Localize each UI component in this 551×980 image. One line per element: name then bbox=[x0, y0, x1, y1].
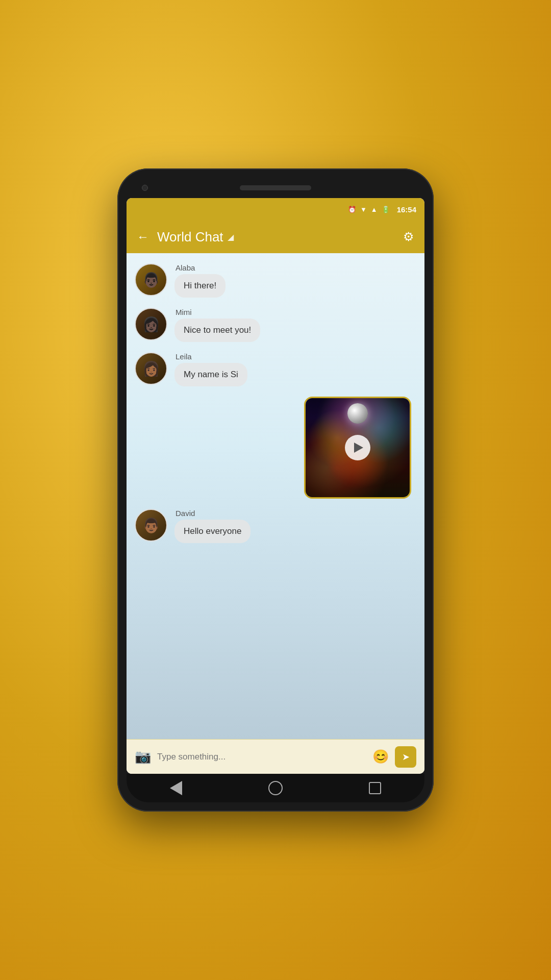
message-text: Hello everyone bbox=[184, 526, 241, 536]
signal-icon: ▲ bbox=[371, 206, 378, 213]
message-content: David Hello everyone bbox=[174, 509, 251, 543]
message-bubble: Nice to meet you! bbox=[174, 318, 260, 342]
input-bar: 📷 😊 ➤ bbox=[127, 739, 424, 774]
send-icon: ➤ bbox=[402, 751, 410, 763]
list-item: 👩🏾 Leila My name is Si bbox=[135, 352, 416, 386]
settings-button[interactable]: ⚙ bbox=[403, 230, 414, 244]
message-sender: Mimi bbox=[176, 308, 260, 316]
message-bubble: Hi there! bbox=[174, 274, 226, 298]
phone-camera bbox=[142, 185, 148, 191]
avatar-face-leila: 👩🏾 bbox=[136, 353, 166, 384]
home-nav-button[interactable] bbox=[266, 779, 285, 797]
message-bubble: My name is Si bbox=[174, 363, 247, 386]
alarm-icon: ⏰ bbox=[348, 206, 356, 213]
avatar: 👨🏿 bbox=[135, 263, 167, 296]
phone-screen: ⏰ ▼ ▲ 🔋 16:54 ← World Chat ◢ ⚙ 👨🏿 bbox=[127, 198, 424, 774]
header-title: World Chat ◢ bbox=[157, 229, 403, 245]
list-item bbox=[135, 397, 416, 499]
message-text: My name is Si bbox=[184, 370, 238, 379]
recent-nav-button[interactable] bbox=[366, 779, 384, 797]
app-header: ← World Chat ◢ ⚙ bbox=[127, 220, 424, 253]
list-item: 👩🏿 Mimi Nice to meet you! bbox=[135, 308, 416, 342]
phone-top bbox=[127, 178, 424, 198]
avatar-face-mimi: 👩🏿 bbox=[136, 309, 166, 339]
status-bar: ⏰ ▼ ▲ 🔋 16:54 bbox=[127, 198, 424, 220]
message-bubble: Hello everyone bbox=[174, 520, 251, 543]
message-sender: David bbox=[176, 509, 251, 518]
play-icon bbox=[354, 443, 363, 453]
back-nav-button[interactable] bbox=[167, 779, 185, 797]
list-item: 👨🏾 David Hello everyone bbox=[135, 509, 416, 543]
phone-bottom-nav bbox=[127, 774, 424, 802]
avatar: 👩🏿 bbox=[135, 308, 167, 340]
list-item: 👨🏿 Alaba Hi there! bbox=[135, 263, 416, 298]
message-sender: Alaba bbox=[176, 263, 226, 272]
connection-icon: ◢ bbox=[228, 232, 234, 242]
status-time: 16:54 bbox=[397, 205, 416, 214]
message-content: Leila My name is Si bbox=[174, 352, 247, 386]
message-input[interactable] bbox=[157, 752, 366, 762]
header-title-text: World Chat bbox=[157, 229, 223, 245]
recent-nav-icon bbox=[369, 782, 381, 794]
message-content: Mimi Nice to meet you! bbox=[174, 308, 260, 342]
message-content: Alaba Hi there! bbox=[174, 263, 226, 298]
video-message[interactable] bbox=[304, 397, 411, 499]
camera-button[interactable]: 📷 bbox=[135, 749, 151, 765]
phone-speaker bbox=[240, 185, 311, 190]
message-text: Nice to meet you! bbox=[184, 325, 251, 335]
send-button[interactable]: ➤ bbox=[395, 746, 416, 768]
status-icons: ⏰ ▼ ▲ 🔋 16:54 bbox=[348, 205, 416, 214]
chat-area: 👨🏿 Alaba Hi there! 👩🏿 Mimi Nice t bbox=[127, 253, 424, 739]
avatar: 👩🏾 bbox=[135, 352, 167, 385]
phone-device: ⏰ ▼ ▲ 🔋 16:54 ← World Chat ◢ ⚙ 👨🏿 bbox=[117, 168, 434, 812]
home-nav-icon bbox=[268, 781, 283, 795]
back-nav-icon bbox=[170, 781, 182, 795]
avatar-face-alaba: 👨🏿 bbox=[136, 264, 166, 295]
avatar-face-david: 👨🏾 bbox=[136, 510, 166, 541]
message-sender: Leila bbox=[176, 352, 247, 361]
message-text: Hi there! bbox=[184, 281, 216, 290]
battery-icon: 🔋 bbox=[382, 206, 390, 213]
back-button[interactable]: ← bbox=[137, 230, 149, 244]
play-button[interactable] bbox=[345, 435, 370, 460]
emoji-button[interactable]: 😊 bbox=[372, 749, 389, 765]
avatar: 👨🏾 bbox=[135, 509, 167, 542]
disco-ball-icon bbox=[347, 403, 368, 424]
wifi-icon: ▼ bbox=[360, 206, 367, 213]
